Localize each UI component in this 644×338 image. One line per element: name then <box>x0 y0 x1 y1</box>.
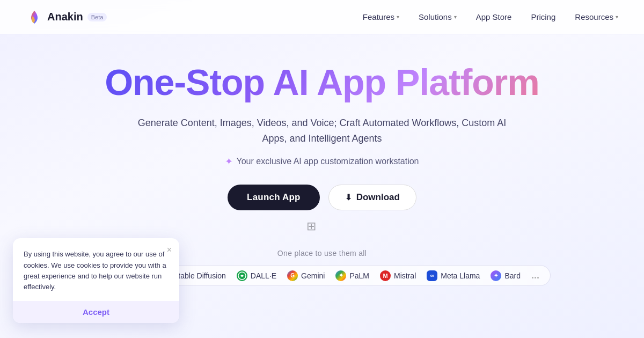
cookie-accept-button[interactable]: Accept <box>13 301 179 323</box>
anakin-logo-icon <box>26 9 43 26</box>
model-palm[interactable]: ✦ PaLM <box>335 270 369 281</box>
model-meta-llama[interactable]: ∞ Meta Llama <box>427 270 480 281</box>
chevron-icon: ▾ <box>616 14 618 20</box>
apple-icon <box>325 219 340 234</box>
cta-buttons: Launch App ⬇ Download <box>228 185 416 210</box>
nav-item-appstore[interactable]: App Store <box>476 12 512 21</box>
model-mistral[interactable]: M Mistral <box>380 270 416 281</box>
chevron-icon: ▾ <box>454 14 457 20</box>
hero-tagline: ✦ Your exclusive AI app customization wo… <box>225 156 419 167</box>
download-button[interactable]: ⬇ Download <box>328 185 416 210</box>
nav-item-solutions[interactable]: Solutions ▾ <box>419 12 457 21</box>
gemini-icon: G <box>287 270 298 281</box>
hero-title: One-Stop AI App Platform <box>105 62 539 102</box>
model-bard[interactable]: ✦ Bard <box>491 270 521 281</box>
launch-app-button[interactable]: Launch App <box>228 185 320 210</box>
nav-item-resources[interactable]: Resources ▾ <box>575 12 618 21</box>
cookie-banner: × By using this website, you agree to ou… <box>13 238 179 323</box>
mistral-icon: M <box>380 270 391 281</box>
logo-text: Anakin <box>47 11 83 23</box>
nav-item-features[interactable]: Features ▾ <box>363 12 399 21</box>
bard-icon: ✦ <box>491 270 501 281</box>
cookie-text: By using this website, you agree to our … <box>24 249 169 292</box>
palm-icon: ✦ <box>335 270 346 281</box>
logo-area[interactable]: Anakin Beta <box>26 9 107 26</box>
model-gemini[interactable]: G Gemini <box>287 270 325 281</box>
cookie-button-wrapper: Accept <box>13 301 179 323</box>
dalle-icon <box>237 270 247 281</box>
model-dalle[interactable]: DALL·E <box>237 270 276 281</box>
nav-item-pricing[interactable]: Pricing <box>531 12 555 21</box>
cookie-close-button[interactable]: × <box>167 246 172 254</box>
nav-links: Features ▾ Solutions ▾ App Store Pricing… <box>363 12 618 21</box>
beta-badge: Beta <box>87 13 107 21</box>
more-models-indicator: ... <box>531 270 539 281</box>
hero-subtitle: Generate Content, Images, Videos, and Vo… <box>129 115 515 146</box>
download-icon: ⬇ <box>345 193 352 202</box>
sparkle-icon: ✦ <box>225 156 233 167</box>
windows-icon: ⊞ <box>304 219 319 234</box>
meta-llama-icon: ∞ <box>427 270 437 281</box>
chevron-icon: ▾ <box>397 14 399 20</box>
navbar: Anakin Beta Features ▾ Solutions ▾ App S… <box>0 0 644 34</box>
platform-icons: ⊞ <box>304 219 340 234</box>
one-place-label: One place to use them all <box>277 249 367 258</box>
